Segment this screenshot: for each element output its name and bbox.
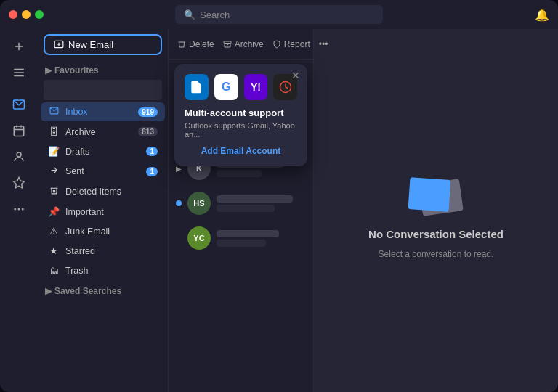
svg-rect-6 (14, 126, 24, 136)
envelope-front (408, 177, 451, 212)
favourites-section[interactable]: ▶ Favourites (38, 60, 168, 78)
folder-trash[interactable]: 🗂 Trash (41, 261, 165, 279)
notification-icon[interactable]: 🔔 (535, 8, 549, 22)
popup-description: Outlook supports Gmail, Yahoo an... (185, 121, 297, 139)
folder-deleted[interactable]: Deleted Items (41, 182, 165, 201)
email-preview-3 (217, 205, 275, 212)
no-conversation-title: No Conversation Selected (368, 228, 504, 240)
email-preview-2 (217, 170, 262, 177)
more-toolbar-button[interactable]: ••• (319, 39, 328, 49)
email-name-3 (217, 195, 293, 203)
junk-label: Junk Email (65, 226, 110, 237)
avatar-4: YC (187, 226, 211, 250)
trash-icon: 🗂 (48, 265, 60, 276)
envelope-graphic (403, 163, 469, 213)
drafts-icon: 📝 (48, 146, 60, 157)
drafts-badge: 1 (146, 147, 158, 156)
report-label: Report (284, 39, 310, 49)
favourites-label: Favourites (54, 65, 99, 75)
folder-archive[interactable]: 🗄 Archive 813 (41, 123, 165, 141)
archive-label: Archive (65, 127, 96, 137)
inbox-badge: 919 (138, 107, 158, 117)
reading-pane: No Conversation Selected Select a conver… (314, 29, 558, 392)
avatar-3: HS (187, 192, 211, 215)
main-content: New Email ▶ Favourites Inbox 919 🗄 Archi… (0, 29, 558, 392)
email-list-panel: Delete Archive Report ••• Focused Other … (169, 29, 314, 392)
email-preview-4 (217, 240, 266, 247)
popup-title: Multi-account support (185, 107, 297, 118)
inbox-label: Inbox (65, 107, 88, 117)
folder-toolbar: New Email (38, 29, 168, 60)
drafts-label: Drafts (65, 147, 89, 157)
svg-point-13 (18, 208, 20, 210)
new-email-button[interactable]: New Email (44, 34, 162, 55)
account-item (44, 80, 162, 100)
email-content-3 (217, 193, 306, 214)
sidebar-item-starred[interactable] (7, 171, 31, 195)
archive-icon: 🗄 (48, 126, 60, 137)
multi-account-popup: ✕ G Y! Multi-account support Outlook sup… (174, 64, 307, 166)
favourites-arrow: ▶ (45, 65, 52, 75)
inbox-icon (48, 106, 60, 118)
starred-icon: ★ (48, 245, 60, 256)
google-icon: G (214, 74, 238, 100)
outlook-icon (185, 74, 209, 100)
delete-button[interactable]: Delete (177, 39, 214, 49)
add-email-account-button[interactable]: Add Email Account (185, 146, 297, 156)
email-item-3[interactable]: HS (169, 186, 313, 221)
new-email-label: New Email (68, 39, 113, 50)
envelope-flap (415, 177, 456, 196)
saved-searches-section[interactable]: ▶ Saved Searches (38, 280, 168, 299)
starred-label: Starred (65, 246, 95, 256)
menu-button[interactable] (7, 61, 31, 84)
report-button[interactable]: Report (272, 39, 310, 49)
add-button[interactable] (7, 35, 31, 58)
search-bar[interactable]: 🔍 Search (175, 5, 383, 24)
minimize-button[interactable] (22, 10, 31, 19)
sidebar-item-people[interactable] (7, 145, 31, 168)
folder-drafts[interactable]: 📝 Drafts 1 (41, 142, 165, 160)
no-conversation-subtitle: Select a conversation to read. (379, 249, 494, 259)
deleted-label: Deleted Items (65, 187, 121, 197)
archive-label: Archive (235, 39, 264, 49)
yahoo-icon: Y! (244, 74, 268, 100)
delete-label: Delete (189, 39, 214, 49)
email-name-4 (217, 230, 279, 237)
sidebar-item-mail[interactable] (7, 93, 31, 116)
search-placeholder: Search (200, 9, 230, 20)
sidebar-icons (0, 29, 38, 392)
no-conversation: No Conversation Selected Select a conver… (368, 163, 504, 259)
folder-sent[interactable]: Sent 1 (41, 162, 165, 181)
account-icons: G Y! (185, 74, 297, 100)
folder-starred[interactable]: ★ Starred (41, 242, 165, 260)
important-label: Important (65, 207, 104, 217)
close-button[interactable] (9, 10, 17, 19)
folder-junk[interactable]: ⚠ Junk Email (41, 222, 165, 240)
saved-searches-arrow: ▶ (45, 286, 52, 296)
titlebar: 🔍 Search 🔔 (0, 0, 558, 29)
important-icon: 📌 (48, 206, 60, 217)
folder-inbox[interactable]: Inbox 919 (41, 102, 165, 121)
maximize-button[interactable] (35, 10, 44, 19)
traffic-lights (9, 10, 44, 19)
email-content-4 (217, 228, 306, 249)
folder-important[interactable]: 📌 Important (41, 203, 165, 221)
trash-label: Trash (65, 266, 89, 276)
sent-icon (48, 166, 60, 177)
folder-panel: New Email ▶ Favourites Inbox 919 🗄 Archi… (38, 29, 169, 392)
archive-badge: 813 (138, 127, 158, 136)
archive-button[interactable]: Archive (223, 39, 264, 49)
sidebar-item-more[interactable] (7, 197, 31, 221)
search-icon: 🔍 (184, 9, 195, 20)
email-item-4[interactable]: YC (169, 221, 313, 256)
email-list-toolbar: Delete Archive Report ••• (169, 29, 313, 60)
sidebar-item-calendar[interactable] (7, 119, 31, 142)
sent-label: Sent (65, 166, 84, 176)
saved-searches-label: Saved Searches (54, 286, 121, 296)
popup-close-button[interactable]: ✕ (291, 70, 300, 81)
junk-icon: ⚠ (48, 226, 60, 237)
sent-badge: 1 (146, 167, 158, 176)
svg-rect-20 (224, 41, 231, 44)
deleted-icon (48, 186, 60, 197)
svg-point-10 (17, 152, 21, 157)
